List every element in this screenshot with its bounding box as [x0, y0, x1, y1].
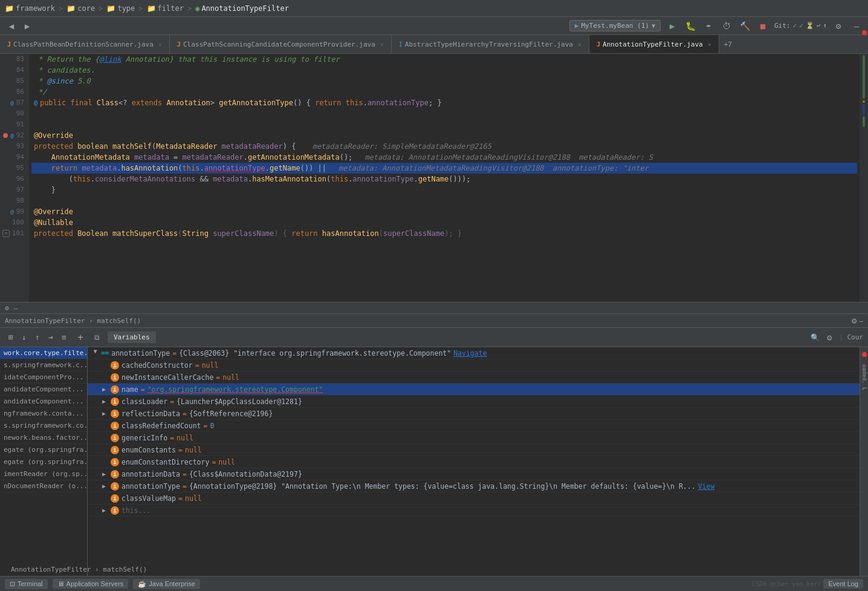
var-enum-constants[interactable]: ▶ i enumConstants = null [88, 444, 860, 456]
tab-abstracttype[interactable]: I AbstractTypeHierarchyTraversingFilter.… [392, 35, 589, 53]
bc-type[interactable]: 📁 type [106, 4, 135, 13]
debug-step-over[interactable]: ⊞ [5, 331, 17, 344]
variables-list: ▶ ∞∞ annotationType = {Class@2063} "inte… [88, 347, 860, 576]
var-annotation-type-root[interactable]: ▶ ∞∞ annotationType = {Class@2063} "inte… [88, 347, 860, 359]
navigate-link-0[interactable]: Navigate [453, 349, 487, 358]
frame-10[interactable]: imentReader (org.sp... [0, 468, 87, 480]
git-push-icon[interactable]: ⬆ [823, 22, 827, 30]
frame-1[interactable]: s.springframework.c... [0, 359, 87, 371]
var-class-value-map[interactable]: ▶ i classValueMap = null [88, 492, 860, 504]
status-left: ⊡ Terminal 🖥 Application Servers ☕ Java … [5, 579, 200, 589]
debug-step-into[interactable]: ↓ [18, 331, 30, 344]
view-link-11[interactable]: View [698, 482, 715, 491]
var-enum-constant-dir[interactable]: ▶ i enumConstantDirectory = null [88, 456, 860, 468]
frame-8[interactable]: egate (org.springfra... [0, 444, 87, 456]
info-icon-2: i [111, 373, 119, 382]
breadcrumb-settings-icon[interactable]: ⚙ [5, 304, 9, 312]
bc-core[interactable]: 📁 core [66, 4, 95, 13]
tab-annotationtypefilter[interactable]: J AnnotationTypeFilter.java ✕ [589, 35, 719, 53]
build-button[interactable]: 🔨 [738, 19, 751, 33]
expand-arrow-10[interactable]: ▶ [102, 471, 108, 477]
error-indicator [862, 352, 867, 357]
frame-6[interactable]: s.springframework.co... [0, 420, 87, 432]
profile-button[interactable]: ⏱ [720, 19, 733, 33]
info-icon-3: i [111, 385, 119, 394]
line-95: 95 [2, 163, 24, 174]
var-name[interactable]: ▶ i name = "org.springframework.stereoty… [88, 384, 860, 396]
line-83: 83 [2, 54, 24, 65]
editor-settings-icon[interactable]: ⚙ [852, 316, 857, 325]
bc-filter[interactable]: 📁 filter [147, 4, 184, 13]
frame-0[interactable]: work.core.type.filte... [0, 347, 87, 359]
var-cached-constructor[interactable]: ▶ i cachedConstructor = null [88, 359, 860, 371]
tab-variables[interactable]: Variables [108, 331, 156, 343]
expand-arrow-11[interactable]: ▶ [102, 483, 108, 489]
bc-class[interactable]: ◉ AnnotationTypeFilter [195, 4, 289, 13]
var-generic-info[interactable]: ▶ i genericInfo = null [88, 432, 860, 444]
line-101: ⊕ 101 [2, 228, 24, 239]
gutter-current [863, 104, 865, 115]
frame-11[interactable]: nDocumentReader (o... [0, 480, 87, 492]
expand-arrow-13[interactable]: ▶ [102, 507, 108, 514]
bc-framework[interactable]: 📁 framework [5, 4, 55, 13]
var-new-instance-caller[interactable]: ▶ i newInstanceCallerCache = null [88, 371, 860, 384]
var-annotation-type-2[interactable]: ▶ i annotationType = {AnnotationType@219… [88, 480, 860, 492]
tab-close-1[interactable]: ✕ [158, 41, 162, 48]
tab-close-4[interactable]: ✕ [708, 41, 711, 48]
tab-close-3[interactable]: ✕ [578, 41, 581, 48]
debug-filter[interactable]: ⧉ [91, 331, 103, 344]
var-annotation-data[interactable]: ▶ i annotationData = {Class$AnnotationDa… [88, 468, 860, 480]
app-servers-button[interactable]: 🖥 Application Servers [53, 579, 129, 589]
frame-4[interactable]: andidateComponent... [0, 396, 87, 408]
navigate-forward-button[interactable]: ▶ [21, 19, 34, 33]
frame-3[interactable]: andidateComponent... [0, 384, 87, 396]
editor-area: 83 84 85 86 @ 87 90 91 @ 92 93 94 95 96 … [0, 54, 868, 302]
var-this-partial[interactable]: ▶ i this... [88, 504, 860, 517]
git-undo-icon[interactable]: ↩ [817, 22, 821, 30]
frame-2[interactable]: idateComponentPro... [0, 371, 87, 384]
git-history-icon[interactable]: ⏳ [806, 22, 814, 30]
terminal-button[interactable]: ⊡ Terminal [5, 579, 48, 589]
debug-search-btn[interactable]: 🔍 [809, 331, 821, 344]
code-content[interactable]: * Return the {@link Annotation} that thi… [29, 54, 860, 302]
frame-5[interactable]: ngframework.conta... [0, 408, 87, 420]
run-config-selector[interactable]: ▶ MyTest.myBean (1) ▼ [569, 20, 661, 31]
frame-7[interactable]: nework.beans.factor... [0, 432, 87, 444]
navigate-back-button[interactable]: ◀ [5, 19, 18, 33]
tab-close-2[interactable]: ✕ [380, 41, 384, 48]
add-watch-button[interactable]: + [75, 332, 86, 343]
settings-button[interactable]: ⚙ [832, 19, 845, 33]
line-90: 90 [2, 108, 24, 119]
var-class-redefined[interactable]: ▶ i classRedefinedCount = 0 [88, 420, 860, 432]
frame-9[interactable]: egate (org.springfra... [0, 456, 87, 468]
expand-arrow-5[interactable]: ▶ [102, 410, 108, 417]
server-icon: 🖥 [57, 580, 64, 587]
debug-evaluate[interactable]: ≡ [58, 331, 70, 344]
expand-arrow-0[interactable]: ▶ [92, 350, 99, 356]
tab-more[interactable]: +7 [719, 38, 737, 51]
coverage-button[interactable]: ☂ [702, 19, 715, 33]
editor-collapse-icon[interactable]: — [859, 317, 863, 325]
breadcrumb-minimize-icon[interactable]: — [14, 304, 18, 312]
var-reflection-data[interactable]: ▶ i reflectionData = {SoftReference@2196… [88, 408, 860, 420]
expand-arrow-3[interactable]: ▶ [102, 386, 108, 393]
event-log-button[interactable]: Event Log [823, 579, 863, 589]
minimize-button[interactable]: — [850, 19, 863, 33]
stop-button[interactable]: ■ [756, 19, 769, 33]
java-enterprise-button[interactable]: ☕ Java Enterprise [133, 579, 199, 589]
expand-arrow-4[interactable]: ▶ [102, 398, 108, 405]
var-class-loader[interactable]: ▶ i classLoader = {Launcher$AppClassLoad… [88, 396, 860, 408]
tab-classpathscanning[interactable]: J ClassPathScanningCandidateComponentPro… [170, 35, 392, 53]
run-button[interactable]: ▶ [666, 19, 679, 33]
info-icon-1: i [111, 361, 119, 370]
debug-settings-btn[interactable]: ⚙ [823, 331, 835, 344]
line-94: 94 [2, 152, 24, 163]
status-bar: ⊡ Terminal 🖥 Application Servers ☕ Java … [0, 576, 868, 591]
debug-button[interactable]: 🐛 [684, 19, 697, 33]
tab-classpathbeandefinition[interactable]: J ClassPathBeanDefinitionScanner.java ✕ [0, 35, 170, 53]
breakpoint-dot[interactable] [3, 133, 8, 138]
debug-step-out[interactable]: ↑ [31, 331, 44, 344]
info-icon-10: i [111, 470, 119, 478]
folder-icon-2: 📁 [66, 4, 76, 13]
debug-run-to-cursor[interactable]: ⇥ [45, 331, 57, 344]
